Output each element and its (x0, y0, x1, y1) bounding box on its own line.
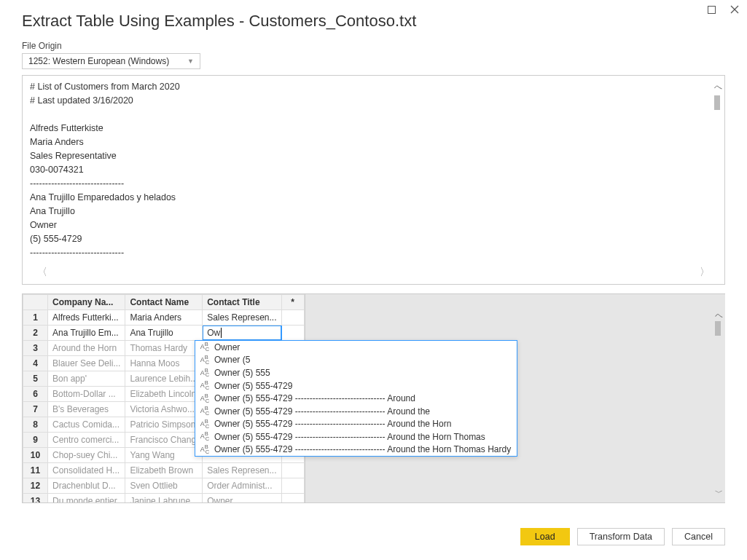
autocomplete-item[interactable]: ABCOwner (5) 555-4729 ------------------… (195, 443, 517, 457)
text-type-icon: ABC (200, 380, 210, 391)
grid-cell[interactable]: Yang Wang (125, 448, 203, 463)
autocomplete-item[interactable]: ABCOwner (5) 555-4729 ------------------… (195, 392, 517, 405)
maximize-button[interactable] (706, 4, 716, 15)
grid-cell[interactable] (281, 463, 304, 478)
scroll-thumb[interactable] (715, 321, 721, 336)
text-type-icon: ABC (200, 431, 210, 442)
file-origin-dropdown[interactable]: 1252: Western European (Windows) ▼ (22, 53, 200, 69)
autocomplete-item[interactable]: ABCOwner (5) 555-4729 ------------------… (195, 405, 517, 418)
grid-row-number[interactable]: 11 (23, 463, 48, 478)
scroll-right-icon: 〉 (700, 266, 710, 279)
grid-cell[interactable]: Order Administ... (203, 478, 281, 494)
grid-cell[interactable]: Laurence Lebih... (125, 371, 203, 387)
grid-cell[interactable]: Francisco Chang (125, 433, 203, 448)
grid-cell[interactable]: Around the Horn (48, 341, 125, 356)
scroll-thumb[interactable] (714, 95, 720, 110)
grid-row-number[interactable]: 4 (23, 356, 48, 371)
scroll-up-icon: ヘ (715, 311, 723, 320)
grid-cell[interactable]: Du monde entier (48, 494, 125, 504)
autocomplete-text: Owner (5 (214, 355, 250, 365)
grid-cell[interactable]: Hanna Moos (125, 356, 203, 371)
grid-cell[interactable]: Chop-suey Chi... (48, 448, 125, 463)
grid-cell[interactable]: Sales Represen... (203, 310, 281, 326)
autocomplete-text: Owner (5) 555 (214, 368, 270, 378)
file-origin-value: 1252: Western European (Windows) (28, 56, 169, 66)
autocomplete-item[interactable]: ABCOwner (5) 555-4729 ------------------… (195, 430, 517, 443)
grid-cell[interactable]: Cactus Comida... (48, 417, 125, 433)
grid-cell[interactable]: Elizabeth Brown (125, 463, 203, 478)
grid-cell[interactable]: Ana Trujillo (125, 326, 203, 341)
grid-cell[interactable] (281, 478, 304, 494)
grid-cell[interactable]: Sven Ottlieb (125, 478, 203, 494)
text-type-icon: ABC (200, 444, 210, 455)
chevron-down-icon: ▼ (187, 58, 194, 65)
preview-horizontal-scrollbar[interactable]: 〈 〉 (23, 261, 724, 284)
grid-row-number[interactable]: 13 (23, 494, 48, 504)
grid-row-number[interactable]: 1 (23, 310, 48, 326)
grid-row-number[interactable]: 2 (23, 326, 48, 341)
text-type-icon: ABC (200, 406, 210, 417)
grid-cell[interactable]: Janine Labrune (125, 494, 203, 504)
grid-row-number[interactable]: 3 (23, 341, 48, 356)
svg-rect-0 (708, 6, 715, 13)
text-type-icon: ABC (200, 355, 210, 366)
grid-cell[interactable] (281, 326, 304, 341)
grid-row-number[interactable]: 8 (23, 417, 48, 433)
autocomplete-text: Owner (5) 555-4729 ---------------------… (214, 432, 485, 442)
column-header-rownum[interactable] (23, 295, 48, 310)
grid-cell[interactable]: Consolidated H... (48, 463, 125, 478)
grid-cell[interactable]: Drachenblut D... (48, 478, 125, 494)
grid-cell[interactable]: B's Beverages (48, 402, 125, 417)
grid-cell[interactable] (281, 494, 304, 504)
grid-cell[interactable]: Ana Trujillo Em... (48, 326, 125, 341)
file-preview: # List of Customers from March 2020 # La… (22, 75, 725, 285)
autocomplete-item[interactable]: ABCOwner (5) 555 (195, 366, 517, 379)
grid-cell[interactable]: Alfreds Futterki... (48, 310, 125, 326)
text-type-icon: ABC (200, 368, 210, 379)
grid-cell[interactable]: Sales Represen... (203, 463, 281, 478)
grid-cell[interactable]: Thomas Hardy (125, 341, 203, 356)
grid-cell[interactable]: Bon app' (48, 371, 125, 387)
autocomplete-text: Owner (5) 555-4729 (214, 381, 292, 391)
grid-row-number[interactable]: 12 (23, 478, 48, 494)
transform-data-button[interactable]: Transform Data (577, 528, 665, 545)
grid-cell[interactable]: Victoria Ashwo... (125, 402, 203, 417)
autocomplete-text: Owner (5) 555-4729 ---------------------… (214, 393, 415, 403)
autocomplete-item[interactable]: ABCOwner (5 (195, 354, 517, 367)
close-button[interactable] (730, 4, 740, 15)
scroll-down-icon: ﹀ (715, 487, 723, 498)
scroll-up-icon: へ (714, 82, 722, 91)
autocomplete-popup[interactable]: ABCOwnerABCOwner (5ABCOwner (5) 555ABCOw… (195, 340, 517, 457)
grid-cell[interactable]: Elizabeth Lincoln (125, 387, 203, 402)
text-type-icon: ABC (200, 393, 210, 404)
cancel-button[interactable]: Cancel (672, 528, 725, 545)
grid-cell[interactable]: Owner (203, 494, 281, 504)
grid-cell[interactable]: Blauer See Deli... (48, 356, 125, 371)
dialog-title: Extract Table Using Examples - Customers… (22, 12, 725, 31)
grid-cell-editing[interactable]: Ow (203, 326, 281, 341)
file-origin-label: File Origin (22, 41, 725, 51)
grid-row-number[interactable]: 5 (23, 371, 48, 387)
grid-cell[interactable]: Patricio Simpson (125, 417, 203, 433)
grid-row-number[interactable]: 7 (23, 402, 48, 417)
preview-vertical-scrollbar[interactable]: へ (712, 76, 724, 261)
autocomplete-item[interactable]: ABCOwner (195, 341, 517, 354)
load-button[interactable]: Load (520, 528, 570, 545)
autocomplete-item[interactable]: ABCOwner (5) 555-4729 ------------------… (195, 417, 517, 430)
grid-cell[interactable]: Maria Anders (125, 310, 203, 326)
grid-row-number[interactable]: 6 (23, 387, 48, 402)
grid-vertical-scrollbar[interactable]: ヘ ﹀ (713, 310, 725, 498)
grid-cell[interactable]: Centro comerci... (48, 433, 125, 448)
column-header-new[interactable]: * (281, 295, 304, 310)
grid-row-number[interactable]: 9 (23, 433, 48, 448)
column-header-contact[interactable]: Contact Name (125, 295, 203, 310)
grid-cell[interactable] (281, 310, 304, 326)
scroll-left-icon: 〈 (37, 266, 47, 279)
column-header-company[interactable]: Company Na... (48, 295, 125, 310)
column-header-title[interactable]: Contact Title (203, 295, 281, 310)
grid-cell[interactable]: Bottom-Dollar ... (48, 387, 125, 402)
autocomplete-item[interactable]: ABCOwner (5) 555-4729 (195, 379, 517, 393)
grid-row-number[interactable]: 10 (23, 448, 48, 463)
autocomplete-text: Owner (214, 342, 240, 352)
autocomplete-text: Owner (5) 555-4729 ---------------------… (214, 444, 511, 454)
